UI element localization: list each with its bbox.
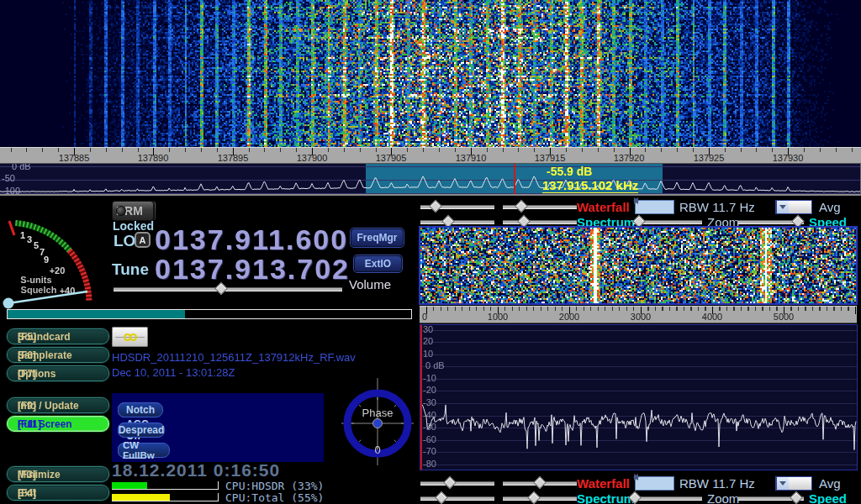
scale-tick-label: 137920 xyxy=(614,153,645,163)
mode-led-icon xyxy=(116,206,126,216)
avg-label-2: Avg xyxy=(819,476,841,491)
audio-waterfall-display[interactable] xyxy=(420,228,856,303)
spectrum-edge-cursor xyxy=(420,325,422,470)
s-meter: 1 3 5 7 9 +20 +40 S-units Squelch xyxy=(0,200,109,326)
db-axis-label: 30 xyxy=(423,324,433,334)
cpu-hdsdr-text: CPU:HDSDR (33%) xyxy=(225,480,324,492)
notch-button[interactable]: Notch xyxy=(118,402,163,417)
db-axis-label: -30 xyxy=(423,397,436,407)
recording-filename: HDSDR_20111210_125611Z_137912kHz_RF.wav xyxy=(112,351,356,364)
slider-thumb[interactable] xyxy=(527,491,541,504)
db-axis-label: -50 xyxy=(423,422,436,432)
lo-auto-badge[interactable]: A xyxy=(135,232,151,248)
audio-spectrum-display[interactable]: 30 20 10 0 dB -10 -20 -30 -40 -50 -60 -7… xyxy=(420,324,858,470)
volume-label: Volume xyxy=(349,277,391,291)
samplerate-button[interactable]: Samplerate[F6] xyxy=(7,347,109,363)
soundcard-button[interactable]: Soundcard[F5] xyxy=(7,328,109,344)
audio-waterfall-frame xyxy=(419,226,858,305)
smeter-squelch-label: Squelch xyxy=(21,285,57,295)
audio-frequency-scale[interactable]: 0 1000 2000 3000 4000 5000 xyxy=(420,306,857,323)
cw-fullbw-button[interactable]: CW FullBw xyxy=(118,443,170,458)
main-frequency-scale[interactable]: 137885 137890 137895 137900 137905 13791… xyxy=(0,147,861,164)
dsp-panel: NR NB Notch Mute AGC Off Despread CW ZAP… xyxy=(112,393,324,462)
options-button[interactable]: Options[F7] xyxy=(7,365,109,381)
smeter-needle-pivot xyxy=(3,298,14,309)
waterfall-contrast-slider[interactable] xyxy=(503,202,577,212)
slider-thumb[interactable] xyxy=(429,200,442,213)
axis-tick-label: 5000 xyxy=(774,312,794,322)
button-hotkey: [F6] xyxy=(18,349,36,361)
slider-thumb[interactable] xyxy=(214,282,228,296)
lo-frequency-display[interactable]: 0137.911.600 xyxy=(155,225,348,254)
slider-thumb[interactable] xyxy=(435,491,448,504)
volume-slider[interactable] xyxy=(114,284,342,294)
cpu-total-fill xyxy=(112,494,170,501)
spectrum-ref-slider-2[interactable] xyxy=(420,493,494,503)
locked-label: Locked xyxy=(113,219,154,233)
speed-slider-2[interactable] xyxy=(738,493,804,503)
cursor-frequency-readout: 137.915.102 kHz xyxy=(542,178,638,193)
phase-center-dot xyxy=(373,419,383,428)
axis-tick-label: 0 xyxy=(422,312,427,322)
tune-frequency-display[interactable]: 0137.913.702 xyxy=(155,255,350,283)
slider-thumb[interactable] xyxy=(515,200,528,213)
scale-tick-label: 137890 xyxy=(138,153,169,163)
slider-thumb[interactable] xyxy=(533,476,547,490)
db-axis-label: -100 xyxy=(2,186,20,196)
freqmgr-button[interactable]: FreqMgr xyxy=(351,228,404,247)
rbw-label: RBW 11.7 Hz xyxy=(679,200,755,214)
mode-drm-button[interactable]: DRM xyxy=(112,201,154,221)
extio-button[interactable]: ExtIO xyxy=(354,255,402,272)
chevron-down-icon[interactable] xyxy=(776,477,789,490)
scale-tick-label: 137930 xyxy=(773,153,804,163)
phase-indicator[interactable]: Phase 0 xyxy=(341,378,414,465)
axis-tick-label: 4000 xyxy=(702,312,722,322)
scale-tick-label: 137905 xyxy=(376,153,407,163)
waterfall-brightness-slider-2[interactable] xyxy=(420,478,494,488)
spectrum-tab-label-2[interactable]: Spectrum xyxy=(577,491,635,504)
band-spinner[interactable] xyxy=(635,200,674,214)
db-axis-label: -50 xyxy=(2,173,15,183)
avg-dropdown-2[interactable]: 1 xyxy=(775,476,812,491)
minimize-button[interactable]: Minimize[F3] xyxy=(7,466,109,482)
waterfall-tab-label[interactable]: Waterfall xyxy=(577,200,630,214)
squelch-marker[interactable] xyxy=(9,221,14,235)
scale-tick-label: 137885 xyxy=(59,153,90,163)
tune-cursor-line[interactable] xyxy=(514,164,515,196)
axis-tick-label: 3000 xyxy=(631,312,651,322)
info-update-button[interactable]: Info / Update[F9] xyxy=(7,397,109,413)
cpu-total-bar xyxy=(112,493,219,501)
button-hotkey: [F4] xyxy=(18,487,36,499)
cpu-hdsdr-fill xyxy=(112,482,147,489)
smeter-tick-label: 5 xyxy=(34,240,39,250)
avg-dropdown[interactable]: 1 xyxy=(775,200,812,214)
loop-button[interactable] xyxy=(112,327,148,347)
button-hotkey: [F7] xyxy=(18,368,36,380)
db-axis-label: 0 dB xyxy=(12,164,31,171)
band-spinner-2[interactable] xyxy=(635,476,674,491)
waterfall-contrast-slider-2[interactable] xyxy=(503,478,577,488)
overview-spectrum-display[interactable]: 0 dB -50 -100 -55.9 dB 137.915.102 kHz xyxy=(0,164,861,196)
rbw-label-2: RBW 11.7 Hz xyxy=(679,476,755,491)
slider-thumb[interactable] xyxy=(790,491,803,504)
waterfall-brightness-slider[interactable] xyxy=(420,202,494,212)
db-axis-label: 10 xyxy=(423,349,433,359)
chevron-down-icon[interactable] xyxy=(776,201,789,213)
cpu-total-text: CPU:Total (55%) xyxy=(225,491,324,504)
smeter-tick-label: 9 xyxy=(44,255,49,265)
smeter-tick-label: 1 xyxy=(20,230,25,240)
waterfall-tab-label-2[interactable]: Waterfall xyxy=(577,476,630,491)
full-screen-button[interactable]: Full Screen[F11] xyxy=(7,416,109,432)
main-waterfall-display[interactable] xyxy=(0,0,861,147)
exit-button[interactable]: Exit[F4] xyxy=(7,485,109,501)
signal-level-readout: -55.9 dB xyxy=(547,165,592,178)
despread-button[interactable]: Despread xyxy=(118,423,165,438)
slider-thumb[interactable] xyxy=(443,476,457,490)
button-hotkey: [F9] xyxy=(18,400,36,412)
axis-tick-label: 1000 xyxy=(488,312,508,322)
zoom-slider-2[interactable] xyxy=(633,493,702,503)
speed-label-2: Speed xyxy=(809,491,847,504)
spectrum-range-slider-2[interactable] xyxy=(503,493,577,503)
scale-tick-label: 137895 xyxy=(218,153,249,163)
playback-progress-bar[interactable] xyxy=(7,309,412,319)
